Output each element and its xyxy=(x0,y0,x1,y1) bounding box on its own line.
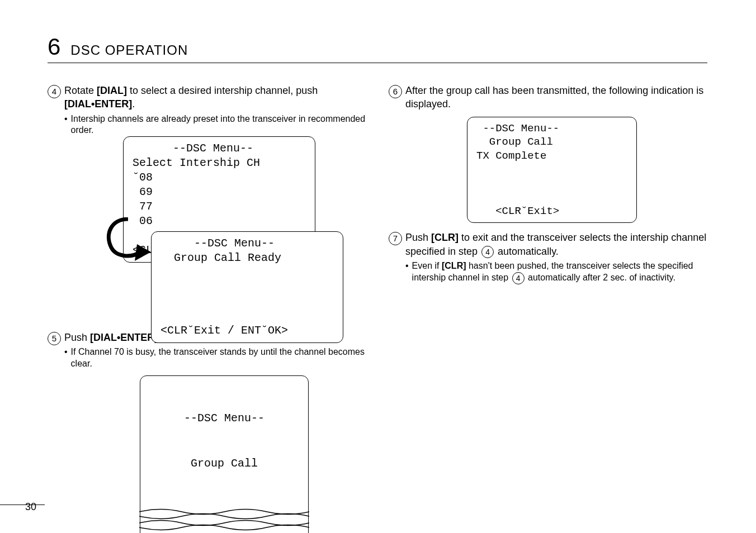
step-6-text: After the group call has been transmitte… xyxy=(405,84,707,111)
bullet-7-text: Even if [CLR] hasn't been pushed, the tr… xyxy=(412,260,707,284)
text: automatically after 2 sec. of inactivity… xyxy=(526,273,675,282)
page-number: 30 xyxy=(25,501,36,513)
bullet-5-text: If Channel 70 is busy, the transceiver s… xyxy=(71,346,366,370)
step-4-marker: 4 xyxy=(48,85,61,98)
step-4-text: Rotate [DIAL] to select a desired inters… xyxy=(64,84,366,111)
step-7-text: Push [CLR] to exit and the transceiver s… xyxy=(405,231,707,258)
text: . xyxy=(132,98,135,110)
arrow-icon xyxy=(103,217,154,268)
step-6-marker: 6 xyxy=(389,85,402,98)
lcd-group-call-ready: --DSC Menu-- Group Call Ready <CLR˘Exit … xyxy=(151,231,343,343)
text: Push xyxy=(64,332,90,343)
svg-marker-0 xyxy=(135,244,151,261)
step-ref-4: 4 xyxy=(512,272,525,284)
dial-enter-label: [DIAL•ENTER] xyxy=(90,332,158,343)
chapter-title: DSC OPERATION xyxy=(70,42,188,58)
step-5-marker: 5 xyxy=(48,332,61,345)
lcd-line: Group Call xyxy=(147,456,301,471)
footer-rule xyxy=(0,505,45,505)
lcd-line: --DSC Menu-- xyxy=(147,411,301,426)
bullet-dot: • xyxy=(405,260,409,284)
lcd-transmitting: --DSC Menu-- Group Call xyxy=(140,375,309,533)
header-rule xyxy=(48,63,707,63)
step-7-marker: 7 xyxy=(389,232,402,245)
chapter-number: 6 xyxy=(48,34,60,60)
text: Even if xyxy=(412,261,442,270)
text: to select a desired intership channel, p… xyxy=(127,85,318,96)
text: Rotate xyxy=(64,85,97,96)
bullet-dot: • xyxy=(64,113,68,137)
bullet-dot: • xyxy=(64,346,68,370)
lcd-tx-complete: --DSC Menu-- Group Call TX Complete <CLR… xyxy=(467,117,637,223)
text: Push xyxy=(405,232,431,243)
clr-label: [CLR] xyxy=(431,232,459,243)
dial-label: [DIAL] xyxy=(97,85,127,96)
step-ref-4: 4 xyxy=(481,246,494,258)
dial-enter-label: [DIAL•ENTER] xyxy=(64,98,132,110)
clr-label: [CLR] xyxy=(442,261,466,270)
bullet-4-text: Intership channels are already preset in… xyxy=(71,113,366,137)
text: automatically. xyxy=(495,246,559,257)
